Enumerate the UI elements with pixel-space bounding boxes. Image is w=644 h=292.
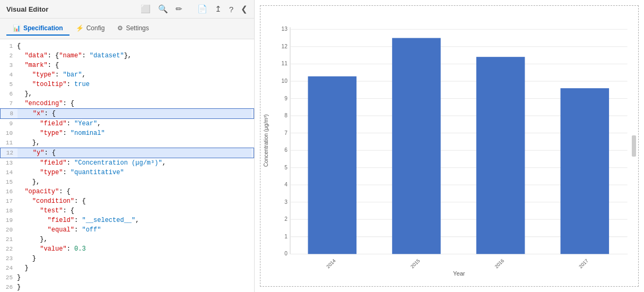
cursor-icon[interactable]: ⬜ <box>141 4 151 14</box>
tab-settings[interactable]: ⚙ Settings <box>111 22 155 36</box>
line-content: "type": "bar", <box>17 70 252 80</box>
svg-text:11: 11 <box>282 61 288 66</box>
code-line-17[interactable]: 17 "condition": { <box>0 196 254 206</box>
line-content: { <box>17 41 252 51</box>
svg-text:3: 3 <box>284 199 288 205</box>
svg-text:7: 7 <box>284 130 288 136</box>
svg-text:2017: 2017 <box>578 258 589 269</box>
line-content: "test": { <box>17 206 252 216</box>
line-content: }, <box>17 235 252 244</box>
document-icon[interactable]: 📄 <box>197 4 207 14</box>
line-number: 21 <box>2 235 17 244</box>
svg-text:0: 0 <box>284 251 288 256</box>
line-content: } <box>17 254 252 263</box>
svg-text:9: 9 <box>284 96 288 101</box>
line-content: }, <box>17 138 252 148</box>
code-line-7[interactable]: 7 "encoding": { <box>0 99 254 108</box>
line-number: 23 <box>2 254 17 263</box>
code-line-19[interactable]: 19 "field": "__selected__", <box>0 216 254 225</box>
tab-config[interactable]: ⚡ Config <box>69 22 111 36</box>
code-line-4[interactable]: 4 "type": "bar", <box>0 70 254 80</box>
line-content: "data": {"name": "dataset"}, <box>17 51 252 61</box>
scroll-indicator-right[interactable] <box>632 135 636 157</box>
line-number: 5 <box>2 80 17 89</box>
line-number: 19 <box>2 216 17 225</box>
code-line-13[interactable]: 13 "field": "Concentration (μg/m³)", <box>0 158 254 168</box>
line-number: 15 <box>2 177 17 187</box>
code-line-3[interactable]: 3 "mark": { <box>0 61 254 70</box>
line-number: 16 <box>2 187 17 196</box>
svg-text:13: 13 <box>282 26 288 32</box>
code-line-11[interactable]: 11 }, <box>0 138 254 148</box>
panel-title: Visual Editor <box>6 5 48 13</box>
settings-tab-icon: ⚙ <box>117 24 123 32</box>
chart-container: 0 1 2 3 4 5 6 7 8 9 <box>260 5 639 287</box>
code-line-1[interactable]: 1{ <box>0 41 254 51</box>
spec-tab-icon: 📊 <box>13 24 21 32</box>
svg-text:10: 10 <box>282 78 288 84</box>
line-number: 3 <box>2 61 17 70</box>
code-line-22[interactable]: 22 "value": 0.3 <box>0 244 254 254</box>
bar-2014[interactable] <box>308 76 357 254</box>
code-line-26[interactable]: 26} <box>0 282 254 292</box>
line-content: "value": 0.3 <box>17 244 252 254</box>
bar-2016[interactable] <box>476 57 525 254</box>
line-number: 12 <box>3 148 18 158</box>
code-editor[interactable]: 1{2 "data": {"name": "dataset"},3 "mark"… <box>0 39 254 292</box>
code-line-24[interactable]: 24 } <box>0 263 254 273</box>
code-line-5[interactable]: 5 "tooltip": true <box>0 80 254 89</box>
line-number: 24 <box>2 263 17 273</box>
line-number: 2 <box>2 51 17 61</box>
left-panel: Visual Editor ⬜ 🔍 ✏ 📄 ↥ ? ❮ 📊 Specificat… <box>0 0 255 292</box>
zoom-icon[interactable]: 🔍 <box>158 4 168 14</box>
line-content: }, <box>17 89 252 99</box>
code-line-15[interactable]: 15 }, <box>0 177 254 187</box>
svg-text:2: 2 <box>284 216 288 222</box>
code-line-21[interactable]: 21 }, <box>0 235 254 244</box>
line-content: "x": { <box>18 109 251 118</box>
line-content: "tooltip": true <box>17 80 252 89</box>
code-line-6[interactable]: 6 }, <box>0 89 254 99</box>
line-content: "field": "Year", <box>17 119 252 128</box>
code-line-10[interactable]: 10 "type": "nominal" <box>0 128 254 138</box>
code-line-8[interactable]: 8 "x": { <box>0 108 254 119</box>
bar-2015[interactable] <box>392 38 441 254</box>
pencil-icon[interactable]: ✏ <box>176 4 182 14</box>
code-line-14[interactable]: 14 "type": "quantitative" <box>0 168 254 177</box>
line-number: 7 <box>2 99 17 108</box>
line-content: } <box>17 282 252 292</box>
line-content: "field": "__selected__", <box>17 216 252 225</box>
code-line-2[interactable]: 2 "data": {"name": "dataset"}, <box>0 51 254 61</box>
share-icon[interactable]: ↥ <box>215 4 222 14</box>
code-line-23[interactable]: 23 } <box>0 254 254 263</box>
code-line-16[interactable]: 16 "opacity": { <box>0 187 254 196</box>
line-number: 10 <box>2 128 17 138</box>
code-line-18[interactable]: 18 "test": { <box>0 206 254 216</box>
tabs-toolbar: 📊 Specification ⚡ Config ⚙ Settings <box>0 19 254 39</box>
svg-text:12: 12 <box>282 44 288 49</box>
line-content: "opacity": { <box>17 187 252 196</box>
bar-2017[interactable] <box>561 88 610 254</box>
code-line-12[interactable]: 12 "y": { <box>0 148 254 158</box>
line-content: "y": { <box>18 148 251 158</box>
line-number: 14 <box>2 168 17 177</box>
svg-text:8: 8 <box>284 113 288 118</box>
header-icons: ⬜ 🔍 ✏ 📄 ↥ ? ❮ <box>141 4 248 14</box>
help-icon[interactable]: ? <box>229 5 233 14</box>
config-tab-icon: ⚡ <box>76 24 84 32</box>
code-line-25[interactable]: 25} <box>0 273 254 282</box>
code-line-9[interactable]: 9 "field": "Year", <box>0 119 254 128</box>
svg-text:Concentration (μg/m³): Concentration (μg/m³) <box>263 114 269 167</box>
line-content: "type": "nominal" <box>17 128 252 138</box>
line-number: 20 <box>2 225 17 235</box>
svg-text:2016: 2016 <box>494 258 505 269</box>
tab-specification[interactable]: 📊 Specification <box>6 22 69 36</box>
line-content: }, <box>17 177 252 187</box>
line-number: 1 <box>2 41 17 51</box>
svg-text:4: 4 <box>284 182 288 187</box>
line-number: 22 <box>2 244 17 254</box>
collapse-icon[interactable]: ❮ <box>241 4 248 14</box>
tabs-container: 📊 Specification ⚡ Config ⚙ Settings <box>6 22 155 36</box>
code-line-20[interactable]: 20 "equal": "off" <box>0 225 254 235</box>
line-number: 18 <box>2 206 17 216</box>
